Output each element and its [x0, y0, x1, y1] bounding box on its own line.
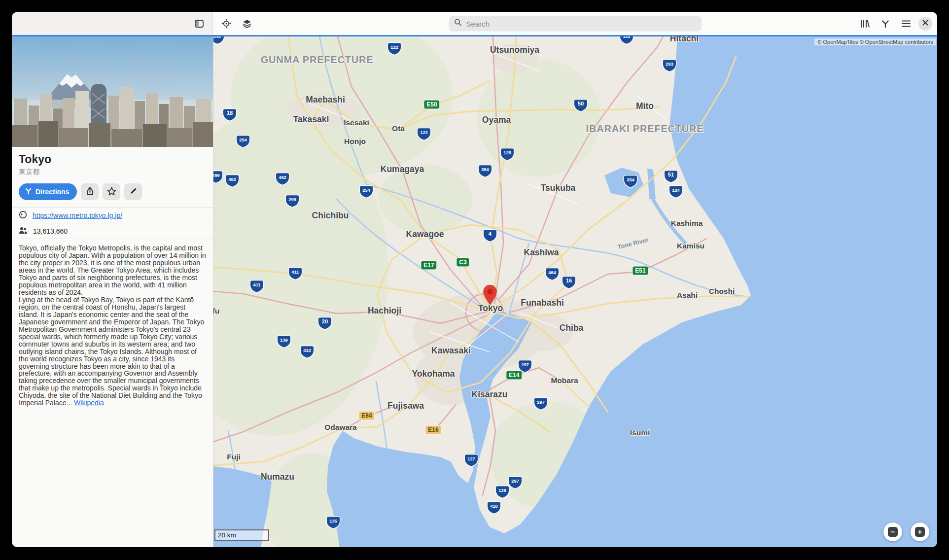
edit-button[interactable] [124, 183, 142, 200]
map-label-fuji: Fuji [227, 453, 241, 461]
map-label-ota: Ota [392, 124, 405, 133]
zoom-out-button[interactable]: − [883, 523, 902, 541]
svg-text:122: 122 [390, 45, 398, 50]
route-shield-16: 16 [561, 276, 577, 291]
map-label-maebashi: Maebashi [306, 95, 345, 105]
map-attribution: © OpenMapTiles © OpenStreetMap contribut… [814, 38, 936, 45]
svg-text:410: 410 [490, 504, 498, 509]
hamburger-icon [902, 20, 911, 27]
map-label-mito: Mito [636, 101, 654, 111]
search-bar [449, 16, 702, 31]
sidebar-toggle-button[interactable] [191, 15, 208, 32]
route-shield-122: 122 [386, 42, 403, 58]
svg-text:462: 462 [228, 177, 236, 182]
route-shield-464: 464 [544, 267, 561, 283]
map-label-kumagaya: Kumagaya [381, 164, 424, 175]
svg-text:50: 50 [578, 101, 584, 106]
route-shield-297: 297 [532, 397, 549, 413]
route-shield-254: 254 [358, 185, 375, 201]
svg-text:297: 297 [537, 400, 545, 405]
svg-text:4: 4 [489, 231, 492, 237]
share-button[interactable] [81, 183, 99, 200]
search-input[interactable] [465, 19, 697, 28]
map-label-kashiwa: Kashiwa [524, 247, 559, 258]
star-icon [107, 187, 116, 197]
map-label-fujisawa: Fujisawa [387, 401, 424, 411]
route-shield-462: 462 [274, 172, 291, 188]
place-photo [12, 36, 213, 147]
route-shield-135: 135 [325, 516, 342, 531]
route-shield-e17: E17 [421, 261, 437, 270]
route-shield-411: 411 [287, 267, 304, 282]
layers-button[interactable] [239, 15, 255, 32]
route-shield-20: 20 [316, 316, 333, 332]
route-shield-50: 50 [572, 99, 589, 114]
route-shield-139: 139 [276, 335, 292, 350]
svg-text:411: 411 [253, 282, 260, 287]
map-label-hachioji: Hachioji [368, 306, 401, 316]
website-row: https://www.metro.tokyo.lg.jp/ [12, 208, 213, 223]
route-shield-e50: E50 [423, 100, 440, 109]
routes-button[interactable] [877, 15, 894, 32]
map-label-hitachi: Hitachi [670, 36, 699, 44]
route-shield-122: 122 [416, 127, 432, 143]
goto-location-button[interactable] [218, 15, 235, 32]
map-label-mobara: Mobara [551, 376, 578, 385]
svg-text:51: 51 [668, 172, 674, 177]
route-shield-e84: E84 [358, 411, 375, 420]
zoom-in-button[interactable]: + [911, 523, 929, 541]
route-shield-297: 297 [507, 476, 524, 491]
route-shield-299: 299 [284, 194, 301, 210]
svg-text:16: 16 [566, 278, 572, 283]
sidebar-toggle-icon [195, 20, 204, 28]
menu-button[interactable] [898, 15, 914, 32]
close-window-button[interactable] [918, 17, 932, 31]
route-shield-297: 297 [517, 359, 533, 375]
map-label-tone-river: Tone River [617, 237, 649, 251]
search-icon [454, 19, 462, 29]
svg-text:122: 122 [420, 130, 428, 135]
map-pin[interactable] [483, 284, 497, 307]
sidebar-header [12, 12, 213, 35]
map-scalebar: 20 km [214, 529, 269, 541]
plus-icon: + [915, 527, 925, 537]
route-shield-c3: C3 [456, 258, 469, 267]
route-shield-118: 118 [618, 36, 635, 47]
route-shield-51: 51 [663, 170, 679, 185]
map-overlay: GUNMA PREFECTUREIBARAKI PREFECTUREUtsuno… [213, 36, 937, 547]
route-shield-254: 254 [235, 135, 251, 150]
svg-text:354: 354 [627, 177, 634, 182]
svg-text:20: 20 [322, 318, 328, 324]
location-crosshair-icon [221, 19, 231, 29]
route-y-icon [881, 19, 890, 28]
map-label-kisarazu: Kisarazu [472, 389, 508, 400]
map-label-kashima: Kashima [671, 219, 703, 228]
favorite-button[interactable] [103, 183, 120, 200]
directions-label: Directions [35, 188, 69, 196]
svg-text:297: 297 [521, 362, 529, 367]
svg-text:297: 297 [511, 479, 519, 484]
place-title: Tokyo [19, 153, 206, 166]
map-label-chiba: Chiba [560, 323, 584, 333]
place-description-p1: Tokyo, officially the Tokyo Metropolis, … [19, 245, 206, 296]
svg-text:124: 124 [672, 188, 680, 193]
place-description-p2-text: Lying at the head of Tokyo Bay, Tokyo is… [19, 296, 204, 407]
population-row: 13,613,660 [12, 223, 213, 239]
map-label-kawasaki: Kawasaki [431, 346, 471, 356]
website-link[interactable]: https://www.metro.tokyo.lg.jp/ [33, 211, 122, 219]
svg-text:299: 299 [288, 197, 296, 202]
map-label-yokohama: Yokohama [412, 369, 455, 379]
population-value: 13,613,660 [33, 227, 68, 235]
place-description-p2: Lying at the head of Tokyo Bay, Tokyo is… [19, 296, 206, 407]
zoom-controls: − + [883, 523, 929, 541]
directions-button[interactable]: Directions [19, 183, 77, 200]
map-canvas[interactable]: GUNMA PREFECTUREIBARAKI PREFECTUREUtsuno… [213, 36, 937, 547]
close-icon [922, 20, 928, 27]
place-sidebar: Tokyo 東京都 Directions [12, 36, 213, 547]
place-description: Tokyo, officially the Tokyo Metropolis, … [12, 239, 213, 412]
wikipedia-link[interactable]: Wikipedia [74, 399, 104, 407]
bookmarks-button[interactable] [856, 15, 873, 32]
map-label-gunma-prefecture: GUNMA PREFECTURE [261, 54, 374, 66]
place-header: Tokyo 東京都 Directions [12, 147, 213, 208]
route-shield-e16: E16 [425, 425, 441, 435]
